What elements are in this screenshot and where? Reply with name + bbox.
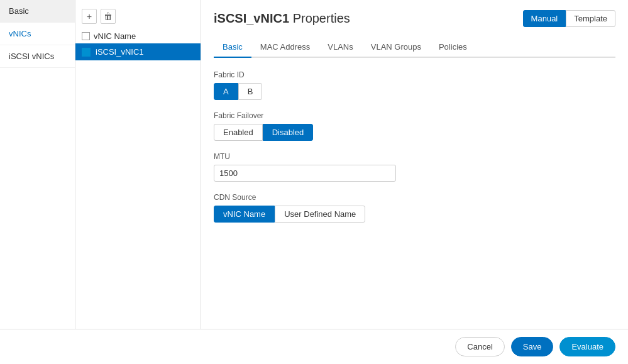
- mtu-input[interactable]: [214, 165, 396, 182]
- failover-disabled-button[interactable]: Disabled: [263, 124, 314, 141]
- fabric-id-label: Fabric ID: [214, 70, 615, 79]
- cdn-source-label: CDN Source: [214, 193, 615, 202]
- fabric-id-a-button[interactable]: A: [214, 83, 238, 100]
- add-vnic-button[interactable]: +: [82, 9, 97, 24]
- tab-mac-address[interactable]: MAC Address: [251, 37, 319, 58]
- vnic-list-item[interactable]: iSCSI_vNIC1: [75, 43, 201, 60]
- left-sidebar: Basic vNICs iSCSI vNICs: [0, 0, 75, 329]
- vnic-column-header: vNIC Name: [75, 29, 201, 43]
- tab-vlan-groups[interactable]: VLAN Groups: [362, 37, 430, 58]
- mtu-label: MTU: [214, 152, 615, 161]
- trash-icon: 🗑: [104, 11, 113, 21]
- sidebar-item-vnics[interactable]: vNICs: [0, 23, 75, 45]
- footer: Cancel Save Evaluate: [0, 329, 628, 364]
- fabric-id-section: Fabric ID A B: [214, 70, 615, 100]
- fabric-failover-toggle: Enabled Disabled: [214, 124, 615, 141]
- cdn-vnic-name-button[interactable]: vNIC Name: [214, 206, 275, 223]
- properties-panel: iSCSI_vNIC1 Properties Manual Template B…: [201, 0, 628, 329]
- cancel-button[interactable]: Cancel: [455, 337, 504, 356]
- sidebar-item-iscsi-vnics[interactable]: iSCSI vNICs: [0, 45, 75, 68]
- vnic-list-panel: + 🗑 vNIC Name iSCSI_vNIC1: [75, 0, 201, 329]
- fabric-failover-label: Fabric Failover: [214, 111, 615, 120]
- delete-vnic-button[interactable]: 🗑: [101, 9, 116, 24]
- tab-policies[interactable]: Policies: [430, 37, 476, 58]
- fabric-failover-section: Fabric Failover Enabled Disabled: [214, 111, 615, 141]
- property-tabs: Basic MAC Address VLANs VLAN Groups Poli…: [214, 37, 615, 58]
- evaluate-button[interactable]: Evaluate: [559, 337, 615, 356]
- fabric-id-b-button[interactable]: B: [238, 83, 263, 100]
- cdn-source-section: CDN Source vNIC Name User Defined Name: [214, 193, 615, 223]
- fabric-id-toggle: A B: [214, 83, 615, 100]
- mode-toggle: Manual Template: [523, 10, 615, 27]
- vnic-select-all-checkbox[interactable]: [82, 32, 90, 40]
- cdn-user-defined-button[interactable]: User Defined Name: [275, 206, 365, 223]
- properties-label: Properties: [293, 11, 350, 25]
- tab-basic[interactable]: Basic: [214, 37, 251, 58]
- content-header: iSCSI_vNIC1 Properties Manual Template: [214, 10, 615, 27]
- vnic-toolbar: + 🗑: [75, 6, 201, 29]
- mtu-section: MTU: [214, 152, 615, 182]
- failover-enabled-button[interactable]: Enabled: [214, 124, 263, 141]
- save-button[interactable]: Save: [511, 337, 554, 356]
- manual-button[interactable]: Manual: [523, 10, 566, 27]
- cdn-source-toggle: vNIC Name User Defined Name: [214, 206, 615, 223]
- tab-vlans[interactable]: VLANs: [319, 37, 361, 58]
- vnic-color-indicator: [82, 48, 91, 57]
- page-title: iSCSI_vNIC1 Properties: [214, 11, 350, 26]
- sidebar-item-basic[interactable]: Basic: [0, 0, 75, 23]
- template-button[interactable]: Template: [566, 10, 615, 27]
